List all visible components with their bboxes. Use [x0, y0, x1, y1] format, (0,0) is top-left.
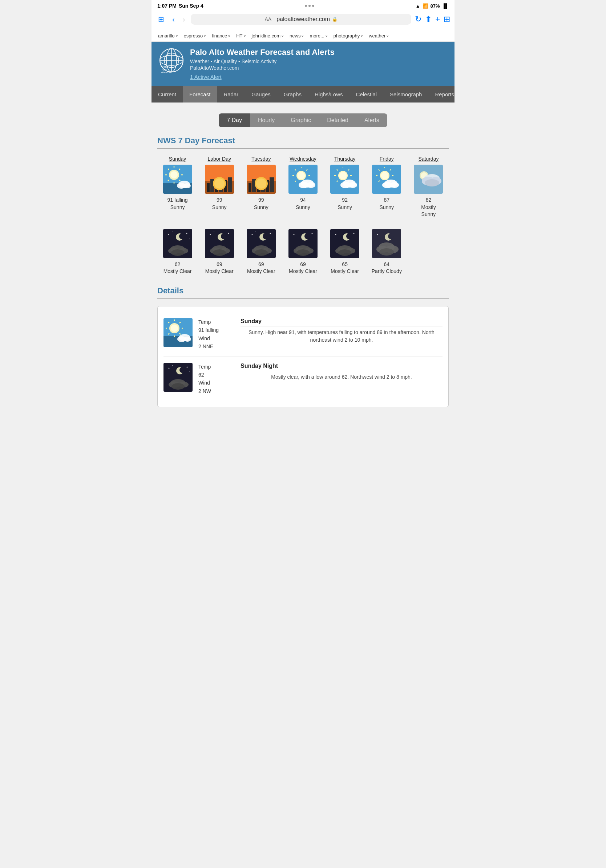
forecast-temp-thursday: 92Sunny [325, 197, 365, 211]
night-icon-tuesday [247, 229, 276, 258]
svg-point-98 [186, 232, 187, 234]
svg-point-169 [172, 365, 173, 366]
main-nav: Current Forecast Radar Gauges Graphs Hig… [152, 86, 454, 102]
svg-point-96 [168, 234, 169, 235]
forecast-section-title: NWS 7 Day Forecast [157, 136, 449, 146]
sub-tab-7day[interactable]: 7 Day [219, 113, 250, 127]
nav-item-celestial[interactable]: Celestial [349, 86, 383, 102]
nav-item-reports[interactable]: Reports [428, 86, 454, 102]
bookmark-johnkline[interactable]: johnkline.com ∨ [250, 33, 286, 39]
detail-icon-sunday-night [164, 363, 193, 392]
svg-point-128 [311, 232, 312, 234]
forecast-night-friday: 64Partly Cloudy [366, 229, 407, 275]
svg-point-106 [221, 233, 227, 239]
forecast-night-wednesday: 69Mostly Clear [283, 229, 323, 275]
night-temp-laborday: 69Mostly Clear [199, 261, 240, 275]
sub-tab-alerts[interactable]: Alerts [356, 113, 387, 127]
svg-text:Weather: Weather [161, 71, 172, 73]
svg-point-119 [270, 232, 271, 234]
bookmark-news[interactable]: news ∨ [288, 33, 306, 39]
weather-icon-friday-day [372, 165, 401, 194]
site-logo: Palo Alto Weather [159, 48, 184, 73]
forecast-day-tuesday: Tuesday 99Sunny [241, 156, 281, 218]
address-bar[interactable]: AA paloaltoweather.com 🔒 [191, 14, 411, 25]
share-button[interactable]: ⬆ [425, 14, 431, 24]
detail-description-sunday-night: Sunday Night Mostly clear, with a low ar… [241, 363, 442, 381]
bookmark-amarillo[interactable]: amarillo ∨ [156, 33, 180, 39]
back-button[interactable]: ‹ [170, 14, 177, 24]
svg-point-170 [187, 366, 188, 367]
svg-point-107 [210, 234, 211, 235]
svg-rect-26 [207, 183, 210, 192]
forecast-day-sunday: Sunday [157, 156, 198, 218]
forecast-day-laborday: Labor Day 99Sunny [199, 156, 240, 218]
nav-item-graphs[interactable]: Graphs [277, 86, 308, 102]
forecast-temp-wednesday: 94Sunny [283, 197, 323, 211]
nav-item-highslows[interactable]: Highs/Lows [308, 86, 349, 102]
forecast-temp-saturday: 82MostlySunny [408, 197, 449, 218]
nav-item-gauges[interactable]: Gauges [245, 86, 277, 102]
site-title: Palo Alto Weather Forecast and Alerts [190, 48, 335, 57]
svg-point-57 [307, 182, 315, 188]
battery-icon: ▐▌ [442, 3, 449, 9]
svg-point-109 [228, 232, 229, 234]
nav-item-seismograph[interactable]: Seismograph [383, 86, 428, 102]
bookmark-ht[interactable]: HT ∨ [234, 33, 248, 39]
svg-point-144 [388, 233, 394, 239]
svg-point-46 [298, 172, 305, 179]
sub-nav: 7 Day Hourly Graphic Detailed Alerts [157, 113, 449, 127]
tabs-button[interactable]: ⊞ [444, 14, 450, 24]
reload-button[interactable]: ↻ [415, 14, 421, 24]
sub-nav-inner: 7 Day Hourly Graphic Detailed Alerts [219, 113, 387, 127]
sub-tab-hourly[interactable]: Hourly [250, 113, 283, 127]
svg-point-132 [297, 250, 309, 256]
svg-point-123 [255, 250, 268, 256]
active-alert-link[interactable]: 1 Active Alert [190, 74, 222, 80]
svg-rect-36 [249, 183, 251, 192]
forecast-divider [157, 148, 449, 149]
detail-description-sunday: Sunday Sunny. High near 91, with tempera… [241, 318, 442, 344]
wifi-icon: 📶 [422, 3, 428, 9]
svg-point-117 [251, 234, 252, 235]
svg-point-113 [213, 250, 226, 256]
weather-icon-tuesday-day [247, 165, 276, 194]
bookmark-finance[interactable]: finance ∨ [210, 33, 232, 39]
status-date: Sun Sep 4 [179, 3, 204, 9]
sub-tab-graphic[interactable]: Graphic [283, 113, 319, 127]
nav-item-current[interactable]: Current [152, 86, 183, 102]
svg-point-43 [256, 178, 266, 189]
svg-point-171 [189, 372, 190, 372]
forecast-night-grid: 62Mostly Clear 69Mostly Clear [157, 229, 449, 275]
bookmark-weather[interactable]: weather ∨ [366, 33, 391, 39]
forecast-night-laborday: 69Mostly Clear [199, 229, 240, 275]
status-bar: 1:07 PM Sun Sep 4 ▲ 📶 87% ▐▌ [152, 0, 454, 12]
bookmark-more[interactable]: more... ∨ [308, 33, 329, 39]
svg-point-71 [348, 182, 357, 188]
forecast-night-thursday: 65Mostly Clear [325, 229, 365, 275]
night-icon-wednesday [289, 229, 317, 258]
text-size-control[interactable]: AA [265, 16, 272, 22]
svg-point-168 [169, 367, 170, 369]
bookmark-photography[interactable]: photography ∨ [331, 33, 365, 39]
status-center [305, 5, 314, 7]
forecast-temp-laborday: 99Sunny [199, 197, 240, 211]
nav-item-radar[interactable]: Radar [217, 86, 245, 102]
svg-point-92 [425, 179, 439, 186]
svg-point-145 [377, 234, 378, 235]
site-header-text: Palo Alto Weather Forecast and Alerts We… [190, 48, 335, 80]
bookmarks-bar: amarillo ∨ espresso ∨ finance ∨ HT ∨ joh… [152, 30, 454, 42]
status-time: 1:07 PM [157, 3, 176, 9]
forward-button[interactable]: › [181, 14, 187, 24]
forecast-temp-sunday: 91 fallingSunny [157, 197, 198, 211]
sub-tab-detailed[interactable]: Detailed [319, 113, 356, 127]
bookmark-espresso[interactable]: espresso ∨ [182, 33, 209, 39]
detail-row-sunday: Temp 91 falling Wind 2 NNE Sunday Sunny.… [164, 312, 442, 357]
add-tab-button[interactable]: + [435, 14, 440, 24]
sidebar-button[interactable]: ⊞ [156, 14, 166, 24]
svg-point-149 [379, 248, 394, 256]
night-temp-thursday: 65Mostly Clear [325, 261, 365, 275]
detail-row-sunday-night: Temp 62 Wind 2 NW Sunday Night Mostly cl… [164, 357, 442, 401]
weather-icon-wednesday-day [289, 165, 317, 194]
nav-item-forecast[interactable]: Forecast [183, 86, 217, 102]
forecast-temp-tuesday: 99Sunny [241, 197, 281, 211]
